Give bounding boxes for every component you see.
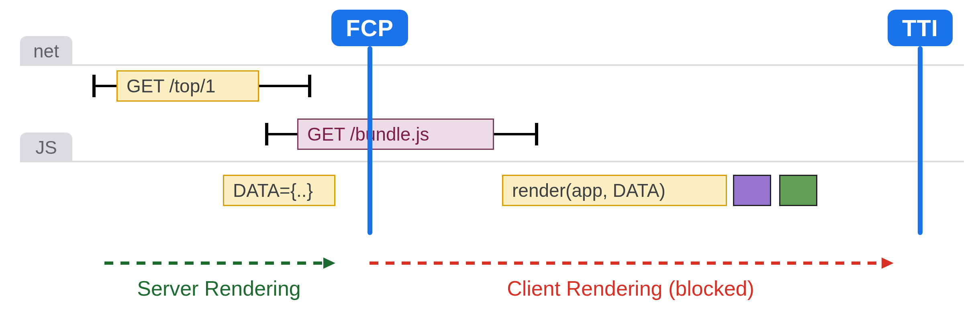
- lane-label-net: net: [33, 40, 59, 62]
- block-green: [779, 175, 817, 206]
- whisker-net1-left: [92, 70, 116, 102]
- svg-marker-1: [323, 257, 335, 269]
- metric-fcp-line: [368, 46, 372, 235]
- legend-server-label: Server Rendering: [137, 276, 301, 300]
- legend-client-arrow: [370, 261, 892, 265]
- bar-net-req1-label: GET /top/1: [127, 75, 216, 97]
- metric-tti-line: [918, 46, 923, 235]
- lane-tab-net: net: [20, 36, 72, 66]
- bar-js-data: DATA={..}: [223, 175, 335, 206]
- legend-client: Client Rendering (blocked): [370, 261, 892, 300]
- bar-js-data-label: DATA={..}: [233, 180, 313, 201]
- legend-client-label: Client Rendering (blocked): [507, 276, 754, 300]
- whisker-net2-left: [265, 119, 297, 150]
- track-line-net-top: [20, 64, 964, 66]
- bar-js-render-label: render(app, DATA): [512, 180, 666, 201]
- metric-fcp: FCP: [331, 10, 408, 235]
- lane-tab-js: JS: [20, 133, 72, 162]
- svg-marker-3: [882, 257, 894, 269]
- metric-fcp-pill: FCP: [331, 10, 408, 46]
- metric-tti: TTI: [888, 10, 953, 235]
- whisker-net1-right: [259, 70, 311, 102]
- bar-net-req1: GET /top/1: [116, 70, 259, 102]
- metric-fcp-label: FCP: [346, 15, 394, 41]
- track-line-js-top: [20, 161, 964, 162]
- metric-tti-label: TTI: [902, 15, 938, 41]
- block-purple: [733, 175, 771, 206]
- legend-server: Server Rendering: [104, 261, 333, 300]
- whisker-net2-right: [494, 119, 538, 150]
- metric-tti-pill: TTI: [888, 10, 953, 46]
- bar-js-render: render(app, DATA): [502, 175, 727, 206]
- legend-server-arrow: [104, 261, 333, 265]
- lane-label-js: JS: [35, 137, 57, 158]
